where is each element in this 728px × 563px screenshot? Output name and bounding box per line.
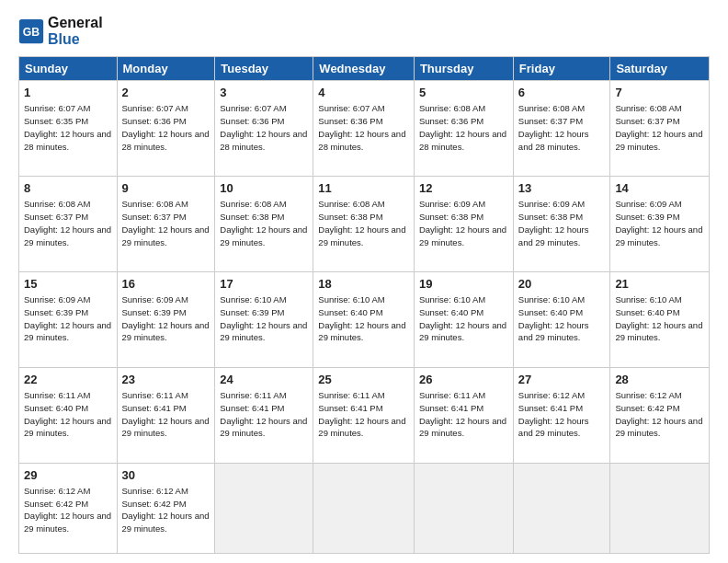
day-info: Sunrise: 6:08 AMSunset: 6:38 PMDaylight:… [318, 198, 409, 248]
day-number: 2 [122, 85, 210, 101]
day-info: Sunrise: 6:10 AMSunset: 6:40 PMDaylight:… [318, 293, 409, 344]
calendar-day-cell: 9Sunrise: 6:08 AMSunset: 6:37 PMDaylight… [117, 177, 215, 272]
day-number: 21 [615, 276, 704, 293]
calendar-day-cell: 12Sunrise: 6:09 AMSunset: 6:38 PMDayligh… [414, 177, 513, 272]
day-info: Sunrise: 6:07 AMSunset: 6:36 PMDaylight:… [318, 102, 409, 153]
calendar-day-cell: 23Sunrise: 6:11 AMSunset: 6:41 PMDayligh… [117, 367, 215, 463]
day-info: Sunrise: 6:08 AMSunset: 6:36 PMDaylight:… [419, 102, 508, 153]
logo-text: General [48, 15, 103, 31]
logo: GB General Blue [18, 15, 103, 47]
day-info: Sunrise: 6:09 AMSunset: 6:39 PMDaylight:… [24, 293, 112, 344]
day-number: 18 [318, 276, 409, 293]
calendar-day-cell: 27Sunrise: 6:12 AMSunset: 6:41 PMDayligh… [513, 367, 610, 463]
day-info: Sunrise: 6:08 AMSunset: 6:38 PMDaylight:… [220, 198, 308, 248]
day-info: Sunrise: 6:12 AMSunset: 6:41 PMDaylight:… [518, 389, 606, 440]
header: GB General Blue [18, 15, 710, 47]
calendar-day-cell: 24Sunrise: 6:11 AMSunset: 6:41 PMDayligh… [215, 367, 313, 463]
calendar-day-cell: 13Sunrise: 6:09 AMSunset: 6:38 PMDayligh… [513, 177, 610, 272]
calendar-day-cell: 18Sunrise: 6:10 AMSunset: 6:40 PMDayligh… [313, 271, 415, 367]
calendar-day-cell: 29Sunrise: 6:12 AMSunset: 6:42 PMDayligh… [19, 463, 118, 553]
calendar-day-cell: 7Sunrise: 6:08 AMSunset: 6:37 PMDaylight… [610, 81, 710, 177]
calendar-day-cell [414, 463, 513, 553]
calendar-day-cell: 20Sunrise: 6:10 AMSunset: 6:40 PMDayligh… [513, 271, 610, 367]
calendar-header-row: SundayMondayTuesdayWednesdayThursdayFrid… [19, 57, 710, 81]
day-info: Sunrise: 6:11 AMSunset: 6:41 PMDaylight:… [318, 389, 409, 440]
day-info: Sunrise: 6:10 AMSunset: 6:40 PMDaylight:… [518, 293, 606, 344]
calendar-day-cell [313, 463, 415, 553]
calendar-day-cell [610, 463, 710, 553]
calendar-day-cell: 30Sunrise: 6:12 AMSunset: 6:42 PMDayligh… [117, 463, 215, 553]
day-number: 6 [518, 85, 606, 101]
calendar-day-cell: 6Sunrise: 6:08 AMSunset: 6:37 PMDaylight… [513, 81, 610, 177]
day-info: Sunrise: 6:11 AMSunset: 6:41 PMDaylight:… [122, 389, 210, 440]
day-number: 9 [122, 180, 210, 197]
calendar-day-cell: 14Sunrise: 6:09 AMSunset: 6:39 PMDayligh… [610, 177, 710, 272]
calendar-day-cell: 21Sunrise: 6:10 AMSunset: 6:40 PMDayligh… [610, 271, 710, 367]
calendar-day-cell: 22Sunrise: 6:11 AMSunset: 6:40 PMDayligh… [19, 367, 118, 463]
day-number: 30 [122, 467, 210, 484]
calendar-day-cell: 17Sunrise: 6:10 AMSunset: 6:39 PMDayligh… [215, 271, 313, 367]
page: GB General Blue SundayMondayTuesdayWedne… [0, 0, 728, 563]
calendar-day-cell: 10Sunrise: 6:08 AMSunset: 6:38 PMDayligh… [215, 177, 313, 272]
calendar-day-cell: 25Sunrise: 6:11 AMSunset: 6:41 PMDayligh… [313, 367, 415, 463]
calendar-day-cell: 1Sunrise: 6:07 AMSunset: 6:35 PMDaylight… [19, 81, 118, 177]
calendar-day-cell [215, 463, 313, 553]
calendar-day-cell: 28Sunrise: 6:12 AMSunset: 6:42 PMDayligh… [610, 367, 710, 463]
weekday-header: Monday [117, 57, 215, 81]
calendar-week-row: 29Sunrise: 6:12 AMSunset: 6:42 PMDayligh… [19, 463, 710, 553]
day-info: Sunrise: 6:08 AMSunset: 6:37 PMDaylight:… [518, 102, 606, 153]
weekday-header: Saturday [610, 57, 710, 81]
day-number: 3 [220, 85, 308, 101]
calendar-day-cell: 5Sunrise: 6:08 AMSunset: 6:36 PMDaylight… [414, 81, 513, 177]
day-number: 22 [24, 372, 112, 388]
weekday-header: Tuesday [215, 57, 313, 81]
calendar-body: 1Sunrise: 6:07 AMSunset: 6:35 PMDaylight… [19, 81, 710, 554]
day-info: Sunrise: 6:08 AMSunset: 6:37 PMDaylight:… [122, 198, 210, 248]
weekday-header: Sunday [19, 57, 118, 81]
day-number: 17 [220, 276, 308, 293]
day-info: Sunrise: 6:07 AMSunset: 6:36 PMDaylight:… [220, 102, 308, 153]
calendar-day-cell: 16Sunrise: 6:09 AMSunset: 6:39 PMDayligh… [117, 271, 215, 367]
day-number: 13 [518, 180, 606, 197]
calendar-week-row: 1Sunrise: 6:07 AMSunset: 6:35 PMDaylight… [19, 81, 710, 177]
calendar-day-cell: 2Sunrise: 6:07 AMSunset: 6:36 PMDaylight… [117, 81, 215, 177]
svg-text:GB: GB [23, 26, 40, 39]
day-number: 29 [24, 467, 112, 484]
day-info: Sunrise: 6:07 AMSunset: 6:36 PMDaylight:… [122, 102, 210, 153]
day-info: Sunrise: 6:12 AMSunset: 6:42 PMDaylight:… [122, 485, 210, 535]
calendar-week-row: 22Sunrise: 6:11 AMSunset: 6:40 PMDayligh… [19, 367, 710, 463]
calendar-day-cell: 3Sunrise: 6:07 AMSunset: 6:36 PMDaylight… [215, 81, 313, 177]
day-number: 14 [615, 180, 704, 197]
day-number: 28 [615, 372, 704, 388]
calendar-day-cell: 8Sunrise: 6:08 AMSunset: 6:37 PMDaylight… [19, 177, 118, 272]
day-number: 7 [615, 85, 704, 101]
day-info: Sunrise: 6:12 AMSunset: 6:42 PMDaylight:… [24, 485, 112, 535]
day-number: 8 [24, 180, 112, 197]
day-info: Sunrise: 6:12 AMSunset: 6:42 PMDaylight:… [615, 389, 704, 440]
day-number: 23 [122, 372, 210, 388]
day-info: Sunrise: 6:11 AMSunset: 6:40 PMDaylight:… [24, 389, 112, 440]
day-info: Sunrise: 6:10 AMSunset: 6:40 PMDaylight:… [615, 293, 704, 344]
day-info: Sunrise: 6:07 AMSunset: 6:35 PMDaylight:… [24, 102, 112, 153]
day-number: 1 [24, 85, 112, 101]
day-number: 10 [220, 180, 308, 197]
day-number: 19 [419, 276, 508, 293]
day-number: 12 [419, 180, 508, 197]
calendar-week-row: 8Sunrise: 6:08 AMSunset: 6:37 PMDaylight… [19, 177, 710, 272]
day-number: 4 [318, 85, 409, 101]
day-info: Sunrise: 6:10 AMSunset: 6:39 PMDaylight:… [220, 293, 308, 344]
weekday-header: Thursday [414, 57, 513, 81]
day-number: 27 [518, 372, 606, 388]
day-info: Sunrise: 6:09 AMSunset: 6:38 PMDaylight:… [419, 198, 508, 248]
day-number: 24 [220, 372, 308, 388]
weekday-header: Friday [513, 57, 610, 81]
calendar-day-cell: 11Sunrise: 6:08 AMSunset: 6:38 PMDayligh… [313, 177, 415, 272]
day-info: Sunrise: 6:08 AMSunset: 6:37 PMDaylight:… [615, 102, 704, 153]
calendar-day-cell: 19Sunrise: 6:10 AMSunset: 6:40 PMDayligh… [414, 271, 513, 367]
weekday-header: Wednesday [313, 57, 415, 81]
calendar-week-row: 15Sunrise: 6:09 AMSunset: 6:39 PMDayligh… [19, 271, 710, 367]
day-info: Sunrise: 6:11 AMSunset: 6:41 PMDaylight:… [419, 389, 508, 440]
calendar-day-cell: 15Sunrise: 6:09 AMSunset: 6:39 PMDayligh… [19, 271, 118, 367]
calendar-day-cell: 4Sunrise: 6:07 AMSunset: 6:36 PMDaylight… [313, 81, 415, 177]
logo-icon: GB [18, 18, 44, 44]
